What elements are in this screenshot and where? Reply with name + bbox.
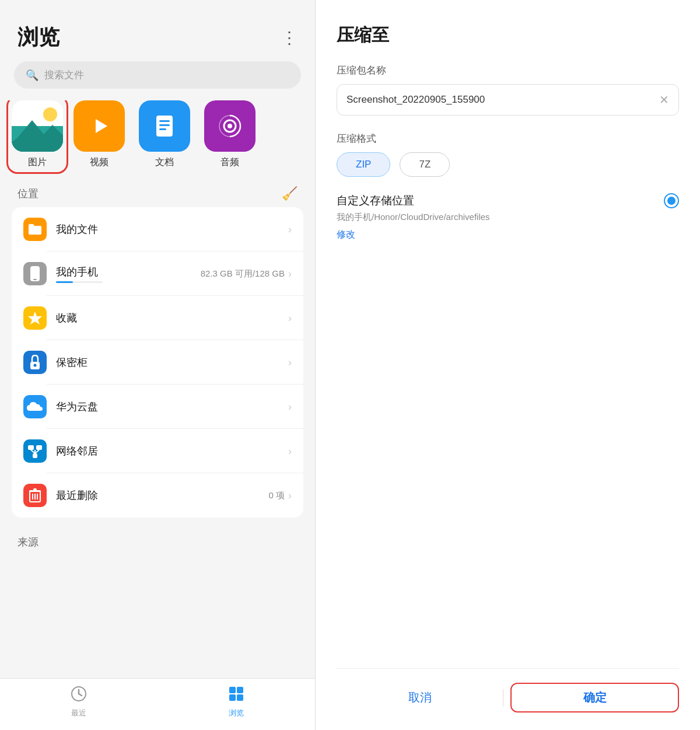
list-item-huawei[interactable]: 华为云盘 › — [12, 385, 303, 429]
bottom-actions: 取消 确定 — [337, 668, 679, 712]
svg-rect-33 — [229, 687, 236, 693]
more-icon[interactable]: ⋮ — [281, 28, 298, 47]
custom-location-header: 自定义存储位置 — [337, 193, 679, 208]
confirm-button[interactable]: 确定 — [510, 683, 679, 712]
search-icon: 🔍 — [26, 69, 38, 82]
list-item-network[interactable]: 网络邻居 › — [12, 429, 303, 473]
list-item-vault[interactable]: 保密柜 › — [12, 340, 303, 385]
clean-icon[interactable]: 🧹 — [282, 186, 298, 201]
svg-rect-34 — [237, 687, 243, 693]
locations-section-title: 位置 — [18, 187, 38, 201]
svg-line-22 — [31, 450, 35, 453]
myphone-name: 我的手机 — [56, 265, 103, 279]
format-btn-7z[interactable]: 7Z — [400, 152, 450, 177]
format-buttons: ZIP 7Z — [337, 152, 679, 177]
nav-item-browse[interactable]: 浏览 — [158, 686, 315, 718]
myfiles-content: 我的文件 › — [56, 222, 292, 236]
trash-name: 最近删除 — [56, 488, 98, 502]
bottom-nav: 最近 浏览 — [0, 678, 315, 730]
svg-point-12 — [228, 124, 232, 128]
left-header: 浏览 ⋮ — [0, 0, 315, 61]
network-chevron: › — [288, 445, 292, 457]
nav-item-recent[interactable]: 最近 — [0, 686, 158, 718]
huawei-name: 华为云盘 — [56, 400, 98, 414]
nav-label-browse: 浏览 — [229, 708, 244, 718]
list-item-myphone[interactable]: 我的手机 82.3 GB 可用/128 GB › — [12, 252, 303, 296]
filename-input[interactable] — [346, 94, 654, 106]
doc-icon-box — [139, 100, 190, 152]
sources-section-header: 来源 — [0, 529, 315, 555]
page-title: 浏览 — [18, 23, 60, 52]
trash-icon — [23, 484, 47, 507]
huawei-chevron: › — [288, 401, 292, 413]
sources-section-title: 来源 — [18, 535, 38, 549]
custom-location-radio[interactable] — [664, 193, 679, 208]
svg-line-32 — [79, 694, 82, 696]
format-section: 压缩格式 ZIP 7Z — [337, 132, 679, 177]
cancel-button[interactable]: 取消 — [337, 684, 503, 711]
audio-icon-box — [204, 100, 256, 152]
myphone-content: 我的手机 82.3 GB 可用/128 GB › — [56, 265, 292, 283]
storage-bar-fill — [56, 281, 73, 283]
myphone-meta: 82.3 GB 可用/128 GB › — [201, 268, 292, 280]
svg-marker-6 — [96, 119, 107, 133]
svg-rect-26 — [33, 488, 37, 490]
filename-label: 压缩包名称 — [337, 64, 679, 77]
svg-rect-25 — [29, 490, 41, 492]
category-label-video: 视频 — [90, 156, 108, 169]
right-panel: 压缩至 压缩包名称 ✕ 压缩格式 ZIP 7Z 自定义存储位置 我的手机/Hon… — [316, 0, 700, 730]
modify-link[interactable]: 修改 — [337, 229, 355, 239]
video-icon-box — [74, 100, 125, 152]
format-btn-zip[interactable]: ZIP — [337, 152, 390, 177]
svg-rect-9 — [159, 124, 170, 126]
huawei-content: 华为云盘 › — [56, 400, 292, 414]
photos-icon-box — [12, 100, 63, 152]
dialog-title: 压缩至 — [337, 23, 679, 47]
network-content: 网络邻居 › — [56, 444, 292, 458]
category-item-audio[interactable]: 音频 — [201, 100, 259, 169]
list-item-myfiles[interactable]: 我的文件 › — [12, 207, 303, 252]
category-label-doc: 文档 — [155, 156, 174, 169]
list-item-favorites[interactable]: 收藏 › — [12, 296, 303, 340]
custom-location-title: 自定义存储位置 — [337, 193, 414, 208]
custom-location-section: 自定义存储位置 我的手机/Honor/CloudDrive/archivefil… — [337, 193, 679, 241]
favorites-chevron: › — [288, 312, 292, 324]
left-panel: 浏览 ⋮ 🔍 搜索文件 图片 — [0, 0, 315, 730]
list-item-trash[interactable]: 最近删除 0 项 › — [12, 473, 303, 518]
svg-rect-8 — [159, 120, 170, 122]
star-icon — [23, 306, 47, 330]
format-label: 压缩格式 — [337, 132, 679, 145]
category-label-photos: 图片 — [28, 156, 47, 169]
category-item-video[interactable]: 视频 — [70, 100, 128, 169]
svg-rect-36 — [237, 694, 243, 701]
category-item-photos[interactable]: 图片 — [8, 100, 66, 172]
favorites-content: 收藏 › — [56, 311, 292, 325]
svg-rect-10 — [159, 128, 166, 130]
actions-divider — [503, 689, 503, 707]
trash-chevron: › — [288, 490, 292, 502]
phone-icon — [23, 262, 47, 285]
svg-rect-19 — [28, 445, 34, 450]
storage-bar — [56, 281, 103, 283]
network-name: 网络邻居 — [56, 444, 98, 458]
trash-content: 最近删除 0 项 › — [56, 488, 292, 502]
browse-icon — [228, 686, 244, 705]
cloud-icon — [23, 395, 47, 418]
locations-list: 我的文件 › 我的手机 82.3 GB 可用/128 GB › — [12, 207, 303, 518]
svg-rect-20 — [36, 445, 42, 450]
clear-icon[interactable]: ✕ — [659, 93, 669, 107]
clock-icon — [71, 686, 87, 705]
search-bar[interactable]: 🔍 搜索文件 — [14, 61, 301, 89]
nav-label-recent: 最近 — [71, 708, 86, 718]
trash-meta: 0 项 › — [268, 490, 292, 502]
myphone-chevron: › — [288, 268, 292, 280]
custom-location-path: 我的手机/Honor/CloudDrive/archivefiles — [337, 212, 679, 223]
category-item-doc[interactable]: 文档 — [135, 100, 194, 169]
vault-content: 保密柜 › — [56, 355, 292, 369]
category-label-audio: 音频 — [220, 156, 239, 169]
favorites-name: 收藏 — [56, 311, 77, 325]
filename-input-row: ✕ — [337, 84, 679, 116]
lock-icon — [23, 351, 47, 374]
svg-marker-15 — [28, 312, 42, 324]
myfiles-name: 我的文件 — [56, 222, 98, 236]
